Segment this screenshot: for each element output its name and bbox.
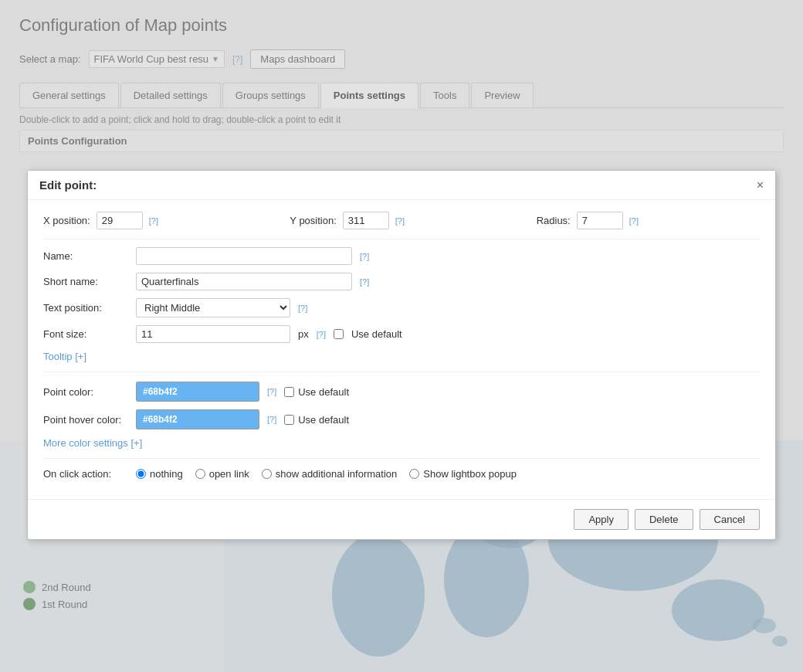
on-click-options: nothing open link show additional inform… [136, 468, 517, 480]
radius-group: Radius: [?] [537, 212, 760, 229]
use-default-point-color-label: Use default [298, 386, 349, 398]
radius-label: Radius: [537, 215, 571, 226]
point-color-label: Point color: [43, 386, 128, 398]
text-position-row: Text position: Right Middle Left Middle … [43, 298, 760, 317]
font-size-row: Font size: px [?] Use default [43, 325, 760, 343]
radio-open-link-input[interactable] [195, 469, 205, 479]
text-position-help[interactable]: [?] [298, 304, 307, 313]
x-position-input[interactable] [97, 212, 143, 229]
radius-help[interactable]: [?] [629, 216, 639, 226]
delete-button[interactable]: Delete [635, 509, 693, 530]
text-position-select[interactable]: Right Middle Left Middle Top Center Bott… [136, 298, 290, 317]
point-color-help[interactable]: [?] [267, 387, 276, 396]
y-position-input[interactable] [343, 212, 389, 229]
use-default-font-checkbox[interactable] [334, 329, 344, 339]
use-default-font-label: Use default [351, 328, 402, 340]
x-position-label: X position: [43, 215, 90, 226]
use-default-point-color-checkbox[interactable] [284, 387, 294, 397]
modal-close-button[interactable]: × [757, 179, 764, 192]
more-color-link[interactable]: More color settings [+] [43, 437, 142, 449]
point-hover-color-box: #68b4f2 [137, 409, 259, 429]
point-hover-color-help[interactable]: [?] [267, 415, 276, 424]
modal-footer: Apply Delete Cancel [28, 499, 775, 539]
y-position-label: Y position: [290, 215, 336, 226]
radio-nothing-input[interactable] [136, 469, 146, 479]
point-hover-color-value: #68b4f2 [143, 414, 178, 425]
modal-title: Edit point: [39, 178, 97, 192]
modal-overlay: Edit point: × X position: [?] Y position… [0, 0, 803, 672]
short-name-row: Short name: [?] [43, 273, 760, 290]
point-hover-color-row: Point hover color: #68b4f2 [?] Use defau… [43, 409, 760, 429]
point-color-row: Point color: #68b4f2 [?] Use default [43, 382, 760, 402]
font-size-label: Font size: [43, 328, 128, 340]
name-input[interactable] [136, 247, 352, 265]
cancel-button[interactable]: Cancel [700, 509, 760, 530]
use-default-hover-color-row: Use default [284, 414, 349, 426]
name-help[interactable]: [?] [360, 252, 369, 261]
page-background: Configuration of Map points Select a map… [0, 0, 803, 672]
point-color-swatch[interactable]: #68b4f2 [136, 382, 259, 402]
radio-show-lightbox-option[interactable]: Show lightbox popup [409, 468, 517, 480]
font-size-input[interactable] [136, 325, 290, 343]
radio-open-link-label: open link [209, 468, 249, 480]
modal-header: Edit point: × [28, 171, 775, 200]
apply-button[interactable]: Apply [574, 509, 629, 530]
radio-open-link-option[interactable]: open link [195, 468, 249, 480]
edit-point-modal: Edit point: × X position: [?] Y position… [27, 170, 776, 540]
position-row: X position: [?] Y position: [?] Radius: … [43, 212, 760, 239]
point-color-value: #68b4f2 [143, 386, 178, 397]
radius-input[interactable] [577, 212, 623, 229]
y-position-help[interactable]: [?] [395, 216, 405, 226]
name-label: Name: [43, 250, 128, 262]
use-default-hover-color-label: Use default [298, 414, 349, 426]
on-click-label: On click action: [43, 468, 128, 480]
text-position-label: Text position: [43, 302, 128, 314]
y-position-group: Y position: [?] [290, 212, 513, 229]
on-click-row: On click action: nothing open link sh [43, 468, 760, 480]
radio-show-additional-option[interactable]: show additional information [262, 468, 398, 480]
radio-show-lightbox-input[interactable] [409, 469, 419, 479]
divider-2 [43, 458, 760, 459]
radio-show-additional-label: show additional information [276, 468, 398, 480]
short-name-help[interactable]: [?] [360, 277, 369, 287]
more-color-row: More color settings [+] [43, 437, 760, 449]
radio-nothing-label: nothing [150, 468, 183, 480]
x-position-help[interactable]: [?] [149, 216, 158, 226]
radio-show-additional-input[interactable] [262, 469, 272, 479]
divider-1 [43, 372, 760, 372]
x-position-group: X position: [?] [43, 212, 266, 229]
use-default-point-color-row: Use default [284, 386, 349, 398]
radio-show-lightbox-label: Show lightbox popup [423, 468, 517, 480]
font-size-help[interactable]: [?] [317, 330, 326, 339]
point-hover-color-label: Point hover color: [43, 414, 128, 426]
point-hover-color-swatch[interactable]: #68b4f2 [136, 409, 259, 429]
tooltip-link[interactable]: Tooltip [+] [43, 351, 86, 362]
radio-nothing-option[interactable]: nothing [136, 468, 183, 480]
short-name-label: Short name: [43, 276, 128, 287]
modal-body: X position: [?] Y position: [?] Radius: … [28, 200, 775, 499]
name-row: Name: [?] [43, 247, 760, 265]
font-size-unit: px [298, 328, 309, 340]
tooltip-row: Tooltip [+] [43, 351, 760, 362]
use-default-hover-color-checkbox[interactable] [284, 415, 294, 425]
point-color-box: #68b4f2 [137, 382, 259, 402]
short-name-input[interactable] [136, 273, 352, 290]
